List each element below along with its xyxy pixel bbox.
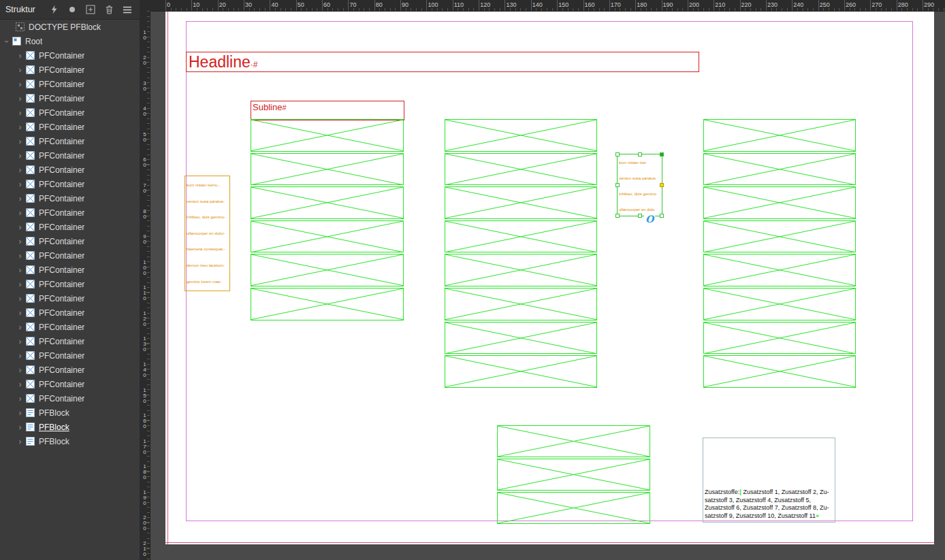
chevron-right-icon[interactable]: › (16, 108, 24, 118)
tree-item-pfcontainer[interactable]: ›PFContainer (0, 205, 140, 220)
chevron-right-icon[interactable]: › (16, 208, 24, 218)
image-placeholder[interactable] (251, 220, 404, 253)
linked-content-icon[interactable]: O (644, 214, 655, 225)
tree-item-pfcontainer[interactable]: ›PFContainer (0, 77, 140, 91)
image-placeholder[interactable] (251, 119, 404, 152)
chevron-right-icon[interactable]: › (16, 351, 24, 361)
chevron-right-icon[interactable]: › (16, 280, 24, 289)
chevron-right-icon[interactable]: › (16, 308, 24, 318)
image-placeholder[interactable] (703, 322, 856, 355)
tree-item-pfblock[interactable]: ›PFBlock (0, 406, 140, 420)
image-placeholder[interactable] (251, 288, 404, 320)
image-placeholder[interactable] (497, 492, 650, 524)
tree-item-pfcontainer[interactable]: ›PFContainer (0, 234, 140, 248)
tree-item-pfblock[interactable]: ›PFBlock (0, 434, 140, 448)
tree-item-pfcontainer[interactable]: ›PFContainer (0, 306, 140, 320)
chevron-right-icon[interactable]: › (16, 337, 24, 346)
image-placeholder[interactable] (445, 322, 597, 355)
tree-item-pfcontainer[interactable]: ›PFContainer (0, 248, 140, 263)
chevron-right-icon[interactable]: › (16, 294, 24, 303)
chevron-right-icon[interactable]: › (16, 394, 24, 403)
chevron-right-icon[interactable]: › (16, 323, 24, 332)
headline-frame[interactable]: Headline·# (186, 52, 699, 72)
handle-middle-right[interactable] (660, 183, 664, 187)
chevron-right-icon[interactable]: › (16, 51, 24, 61)
tree-item-pfcontainer[interactable]: ›PFContainer (0, 320, 140, 334)
image-placeholder[interactable] (703, 186, 856, 219)
chevron-right-icon[interactable]: › (16, 165, 24, 175)
image-placeholder[interactable] (251, 254, 404, 286)
tree-item-pfcontainer[interactable]: ›PFContainer (0, 191, 140, 205)
image-placeholder[interactable] (703, 355, 856, 388)
flash-icon[interactable] (45, 2, 63, 17)
tree-item-pfcontainer[interactable]: ›PFContainer (0, 263, 140, 277)
image-placeholder[interactable] (703, 288, 856, 320)
chevron-right-icon[interactable]: › (16, 408, 24, 418)
tree-item-pfblock[interactable]: ›PFBlock (0, 420, 140, 434)
tree-item-pfcontainer[interactable]: ›PFContainer (0, 134, 140, 148)
handle-bottom-right[interactable] (660, 214, 664, 218)
chevron-right-icon[interactable]: › (16, 65, 24, 75)
tree-item-pfcontainer[interactable]: ›PFContainer (0, 177, 140, 191)
image-placeholder[interactable] (497, 459, 650, 491)
chevron-right-icon[interactable]: › (16, 94, 24, 103)
left-text-frame[interactable]: kum nistan iverio,-venton susa paratus-i… (185, 176, 230, 291)
chevron-right-icon[interactable]: › (16, 365, 24, 375)
handle-bottom-left[interactable] (615, 214, 620, 218)
tree-item-pfcontainer[interactable]: ›PFContainer (0, 48, 140, 63)
menu-icon[interactable] (118, 2, 137, 17)
tree-item-pfcontainer[interactable]: ›PFContainer (0, 334, 140, 348)
image-placeholder[interactable] (445, 220, 597, 253)
image-placeholder[interactable] (497, 425, 650, 457)
chevron-right-icon[interactable]: › (16, 122, 24, 132)
tree-item-pfcontainer[interactable]: ›PFContainer (0, 391, 140, 406)
image-placeholder[interactable] (703, 153, 856, 186)
image-placeholder[interactable] (703, 220, 856, 253)
tree-item-pfcontainer[interactable]: ›PFContainer (0, 220, 140, 234)
chevron-right-icon[interactable]: › (16, 423, 24, 432)
selected-text-frame[interactable]: kum nistan iverventon susa paratusinhibe… (617, 154, 662, 216)
add-frame-icon[interactable] (82, 2, 100, 17)
chevron-right-icon[interactable]: › (16, 380, 24, 389)
chevron-right-icon[interactable]: › (16, 137, 24, 146)
handle-middle-left[interactable] (615, 183, 620, 187)
tree-item-pfcontainer[interactable]: ›PFContainer (0, 348, 140, 363)
image-placeholder[interactable] (251, 186, 404, 219)
tree-item-pfcontainer[interactable]: ›PFContainer (0, 148, 140, 163)
chevron-right-icon[interactable]: › (16, 80, 24, 89)
chevron-right-icon[interactable]: › (16, 223, 24, 232)
trash-icon[interactable] (100, 2, 118, 17)
tree-item-pfcontainer[interactable]: ›PFContainer (0, 363, 140, 377)
tree-item-pfcontainer[interactable]: ›PFContainer (0, 377, 140, 391)
tree-item-pfcontainer[interactable]: ›PFContainer (0, 63, 140, 77)
tree-item-pfcontainer[interactable]: ›PFContainer (0, 277, 140, 291)
subline-frame[interactable]: Subline# (251, 101, 404, 120)
tree-item-pfcontainer[interactable]: ›PFContainer (0, 163, 140, 177)
image-placeholder[interactable] (445, 153, 597, 186)
tree-item-pfcontainer[interactable]: ›PFContainer (0, 105, 140, 120)
chevron-right-icon[interactable]: › (16, 437, 24, 446)
image-placeholder[interactable] (703, 254, 856, 286)
image-placeholder[interactable] (445, 119, 597, 152)
record-icon[interactable] (63, 2, 82, 17)
additives-text-frame[interactable]: Zusatzstoffe:| Zusatzstoff 1, Zusatzstof… (703, 438, 835, 523)
chevron-right-icon[interactable]: › (16, 180, 24, 189)
image-placeholder[interactable] (703, 119, 856, 152)
handle-top-left[interactable] (615, 152, 620, 157)
chevron-right-icon[interactable]: › (16, 151, 24, 161)
tree-item-pfcontainer[interactable]: ›PFContainer (0, 120, 140, 134)
tree-item-doctype[interactable]: DOCTYPE PFBlock (0, 20, 140, 34)
chevron-right-icon[interactable]: › (16, 194, 24, 203)
handle-top-right[interactable] (660, 152, 664, 157)
tree-item-pfcontainer[interactable]: ›PFContainer (0, 91, 140, 105)
image-placeholder[interactable] (251, 153, 404, 186)
handle-bottom-middle[interactable] (638, 214, 642, 218)
tree-item-pfcontainer[interactable]: ›PFContainer (0, 291, 140, 306)
chevron-right-icon[interactable]: › (16, 265, 24, 275)
image-placeholder[interactable] (445, 355, 597, 388)
tree-item-root[interactable]: › Root (0, 34, 140, 48)
chevron-down-icon[interactable]: › (2, 37, 12, 45)
image-placeholder[interactable] (445, 186, 597, 219)
chevron-right-icon[interactable]: › (16, 237, 24, 246)
handle-top-middle[interactable] (638, 152, 642, 157)
